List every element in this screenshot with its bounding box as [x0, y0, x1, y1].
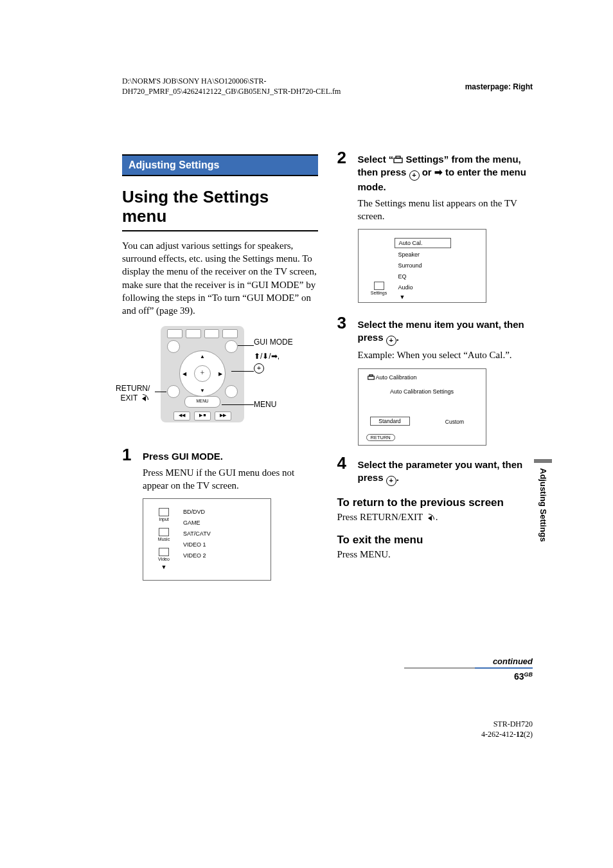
plus-circle-icon: + [409, 170, 420, 181]
page-title: Using the Settings menu [122, 188, 318, 226]
subheading-return: To return to the previous screen [337, 496, 533, 509]
continued-label: continued [493, 656, 533, 666]
remote-diagram: + ▲ ▼ ◀ ▶ MENU ◀◀▶ ■▶▶ RETURN/EXIT GUI M… [119, 326, 292, 439]
step-3-body: Example: When you select “Auto Cal.”. [358, 348, 533, 361]
screen1-item: VIDEO 1 [179, 540, 262, 549]
step-4: 4 Select the parameter you want, then pr… [337, 455, 533, 486]
intro-paragraph: You can adjust various settings for spea… [122, 239, 318, 318]
screen2-item-selected: Auto Cal. [395, 238, 451, 248]
step-4-heading: Select the parameter you want, then pres… [358, 455, 533, 486]
step-2-body: The Settings menu list appears on the TV… [358, 197, 533, 223]
screen-2: Settings Auto Cal. Speaker Surround EQ A… [358, 229, 486, 303]
callout-menu: MENU [254, 400, 276, 410]
svg-rect-3 [369, 374, 372, 375]
music-icon [159, 528, 169, 536]
plus-circle-icon: + [386, 476, 396, 486]
step-1-heading: Press GUI MODE. [143, 446, 223, 463]
section-bar: Adjusting Settings [122, 154, 318, 176]
svg-rect-2 [368, 376, 374, 379]
page-number: 63GB [404, 671, 533, 682]
subheading-exit: To exit the menu [337, 534, 533, 547]
svg-rect-1 [396, 156, 400, 158]
plus-circle-icon: + [386, 336, 396, 346]
screen2-item: Audio [395, 283, 477, 292]
screen1-item: BD/DVD [179, 507, 262, 516]
plus-circle-icon: + [254, 363, 264, 374]
screen2-item: Speaker [395, 250, 477, 259]
step-1-body: Press MENU if the GUI menu does not appe… [143, 466, 318, 493]
screen-1: Input Music Video ▼ BD/DVD GAME SAT/CATV… [143, 498, 271, 581]
screen1-item: SAT/CATV [179, 529, 262, 538]
header-masterpage: masterpage: Right [465, 82, 533, 91]
screen3-standard: Standard [370, 417, 410, 426]
return-arrow-icon [139, 394, 150, 401]
title-rule [122, 230, 318, 231]
step-2: 2 Select “ Settings” from the menu, then… [337, 149, 533, 194]
callout-gui-mode: GUI MODE [254, 338, 293, 347]
side-tab: Adjusting Settings [534, 459, 552, 549]
step-3: 3 Select the menu item you want, then pr… [337, 314, 533, 346]
return-body: Press RETURN/EXIT . [337, 511, 533, 523]
screen-3: Auto Calibration Auto Calibration Settin… [358, 368, 486, 446]
callout-arrow-keys: ⬆/⬇/➡,+ [254, 352, 280, 374]
video-icon [159, 548, 169, 556]
step-1-number: 1 [122, 446, 143, 463]
footer-doc-info: STR-DH720 4-262-412-12(2) [481, 719, 533, 739]
screen2-item: EQ [395, 272, 477, 281]
input-icon [159, 508, 169, 516]
svg-rect-0 [394, 158, 402, 163]
settings-toolbox-icon [374, 282, 384, 290]
toolbox-icon [393, 156, 403, 163]
callout-return-exit: RETURN/EXIT [116, 384, 150, 403]
screen1-item: GAME [179, 518, 262, 527]
step-2-number: 2 [337, 149, 358, 166]
screen3-custom: Custom [436, 418, 474, 426]
screen2-item: Surround [395, 261, 477, 270]
step-3-heading: Select the menu item you want, then pres… [358, 314, 533, 346]
continued-block: continued 63GB [404, 656, 533, 682]
screen1-item: VIDEO 2 [179, 551, 262, 560]
remote-menu-button: MENU [184, 396, 220, 408]
step-1: 1 Press GUI MODE. [122, 446, 318, 463]
screen3-return: RETURN [366, 434, 395, 441]
step-4-number: 4 [337, 455, 358, 471]
toolbox-icon-small [368, 374, 375, 380]
header-file-path: D:\NORM'S JOB\SONY HA\SO120006\STR- DH72… [122, 76, 341, 96]
step-2-heading: Select “ Settings” from the menu, then p… [358, 149, 533, 194]
exit-body: Press MENU. [337, 548, 533, 561]
return-arrow-icon [425, 514, 436, 521]
step-3-number: 3 [337, 314, 358, 331]
